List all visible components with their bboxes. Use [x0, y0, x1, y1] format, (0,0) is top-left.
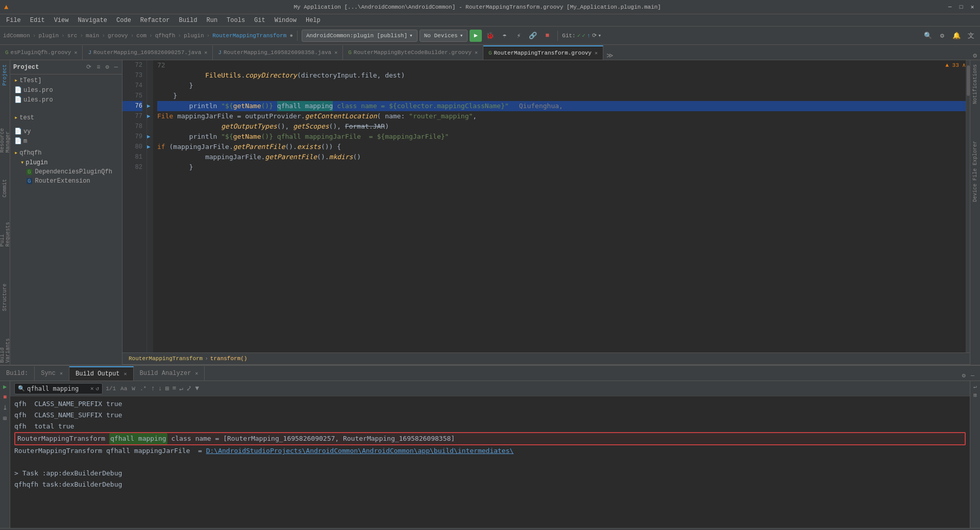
search-prev-result-btn[interactable]: ↑: [151, 385, 155, 392]
build-tab-sync[interactable]: Sync ✕: [35, 366, 69, 381]
tree-item-m[interactable]: 📄 m: [10, 136, 122, 146]
run-config-dropdown[interactable]: AndroidCommon:plugin [publish] ▾: [302, 30, 418, 42]
coverage-button[interactable]: ☂: [498, 30, 510, 42]
menu-help[interactable]: Help: [302, 16, 325, 25]
project-tool-settings[interactable]: ⚙: [105, 62, 110, 72]
build-tab-analyzer[interactable]: Build Analyzer ✕: [134, 366, 205, 381]
commits-icon[interactable]: Commit: [2, 177, 8, 199]
build-settings-icon[interactable]: ⚙: [961, 371, 967, 381]
menu-edit[interactable]: Edit: [26, 16, 49, 25]
attach-button[interactable]: 🔗: [527, 30, 539, 42]
build-search-box[interactable]: 🔍 ✕ ↺: [14, 383, 103, 394]
devices-dropdown[interactable]: No Devices ▾: [420, 30, 468, 42]
tree-item-ules2[interactable]: 📄 ules.pro: [10, 95, 122, 105]
git-checkmark2[interactable]: ✓: [582, 32, 585, 39]
sync-tab-close[interactable]: ✕: [60, 370, 63, 376]
structure-icon[interactable]: Structure: [2, 282, 8, 313]
breadcrumb-method[interactable]: transform(): [210, 356, 248, 362]
tree-item-routerext[interactable]: G RouterExtension: [10, 176, 122, 186]
build-tab-output[interactable]: Build Output ✕: [69, 366, 133, 381]
tab-routermapping2[interactable]: J RouterMapping_1695826098358.java ✕: [213, 45, 343, 60]
build-stop-icon[interactable]: ■: [3, 394, 7, 401]
tree-item-plugin[interactable]: ▾ plugin: [10, 158, 122, 167]
tree-item-ttest[interactable]: ▸ tTest]: [10, 75, 122, 85]
build-wrap-icon[interactable]: ↵: [973, 383, 977, 390]
minimize-button[interactable]: ─: [946, 4, 953, 11]
menu-refactor[interactable]: Refactor: [136, 16, 174, 25]
tree-item-vy[interactable]: 📄 vy: [10, 127, 122, 136]
run-button[interactable]: ▶: [470, 30, 482, 42]
notifications-panel-icon[interactable]: Notifications: [972, 62, 978, 106]
search-expand-btn[interactable]: ⊞: [165, 385, 169, 393]
git-checkmark1[interactable]: ✓: [577, 32, 581, 39]
project-panel-icon[interactable]: Project: [2, 62, 8, 88]
tree-item-test[interactable]: ▸ test: [10, 113, 122, 122]
search-options-btn[interactable]: ≡: [173, 385, 177, 392]
tab-routermappingbytescode[interactable]: G RouterMappingByteCodeBuilder.groovy ✕: [343, 45, 483, 60]
git-menu-icon[interactable]: ▾: [598, 32, 602, 39]
project-tool-close[interactable]: —: [113, 63, 119, 72]
pull-requests-icon[interactable]: Pull Requests: [0, 212, 11, 248]
translate-icon[interactable]: 文: [965, 30, 977, 42]
minimap-scrollbar[interactable]: [966, 60, 970, 352]
build-output-tab-close[interactable]: ✕: [124, 371, 127, 377]
code-lines[interactable]: 72 FileUtils.copyDirectory(directoryInpu…: [153, 60, 966, 352]
tab-close-espluginqfh[interactable]: ✕: [74, 49, 77, 56]
menu-file[interactable]: File: [2, 16, 25, 25]
settings-icon[interactable]: ⚙: [936, 30, 948, 42]
debug-button[interactable]: 🐞: [484, 30, 496, 42]
build-search-input[interactable]: [27, 385, 88, 392]
device-file-explorer-icon[interactable]: Device File Explorer: [972, 139, 978, 204]
breadcrumb-src[interactable]: src: [67, 33, 78, 39]
search-prev-icon[interactable]: ↺: [96, 385, 100, 392]
git-push-icon[interactable]: ↑: [587, 33, 591, 39]
stop-button[interactable]: ■: [541, 30, 553, 42]
build-variants-icon[interactable]: Build Variants: [0, 325, 11, 365]
build-scroll-end-icon[interactable]: ⤓: [3, 404, 8, 412]
menu-code[interactable]: Code: [112, 16, 135, 25]
tree-item-qfhqfh[interactable]: ▸ qfhqfh: [10, 148, 122, 158]
build-tab-build[interactable]: Build:: [0, 366, 35, 381]
breadcrumb-main[interactable]: main: [86, 33, 99, 39]
tab-overflow-button[interactable]: ≫: [603, 52, 617, 60]
menu-build[interactable]: Build: [175, 16, 201, 25]
tab-close-rmb[interactable]: ✕: [475, 49, 478, 56]
search-collapse-btn[interactable]: ⤦: [186, 385, 192, 393]
git-update-icon[interactable]: ⟳: [592, 32, 597, 39]
project-tool-collapse[interactable]: ≡: [95, 63, 101, 72]
bo-path-link[interactable]: D:\AndroidStudioProjects\AndroidCommon\A…: [206, 445, 514, 457]
search-next-result-btn[interactable]: ↓: [158, 385, 162, 392]
build-filter2-icon[interactable]: ⊞: [973, 392, 977, 398]
close-button[interactable]: ✕: [969, 4, 976, 11]
search-everywhere-icon[interactable]: 🔍: [922, 30, 934, 42]
menu-git[interactable]: Git: [250, 16, 270, 25]
tab-routermappingtransform[interactable]: G RouterMappingTransform.groovy ✕: [483, 45, 603, 60]
breadcrumb-idcommon[interactable]: idCommon: [3, 33, 30, 39]
menu-tools[interactable]: Tools: [223, 16, 249, 25]
tab-espluginqfh[interactable]: G esPluginQfh.groovy ✕: [0, 45, 83, 60]
menu-run[interactable]: Run: [202, 16, 222, 25]
search-filter-btn[interactable]: ▼: [195, 385, 199, 392]
tree-item-depsplugin[interactable]: G DependenciesPluginQfh: [10, 167, 122, 176]
tab-close-rmt[interactable]: ✕: [595, 50, 598, 56]
menu-window[interactable]: Window: [271, 16, 301, 25]
tab-close-rm2[interactable]: ✕: [334, 49, 337, 56]
breadcrumb-current-file[interactable]: RouterMappingTransform: [212, 33, 286, 39]
menu-view[interactable]: View: [50, 16, 73, 25]
breadcrumb-class[interactable]: RouterMappingTransform: [129, 356, 203, 362]
tab-close-rm1[interactable]: ✕: [204, 49, 207, 56]
tab-routermapping1[interactable]: J RouterMapping_1695826090257.java ✕: [83, 45, 213, 60]
maximize-button[interactable]: □: [958, 4, 965, 11]
breadcrumb-com[interactable]: com: [136, 33, 146, 39]
resource-manager-icon[interactable]: Resource Manager: [0, 110, 11, 155]
build-analyzer-close[interactable]: ✕: [195, 370, 198, 376]
build-filter-icon[interactable]: ⊞: [3, 415, 7, 422]
project-tool-sync[interactable]: ⟳: [85, 62, 92, 72]
search-match-case-btn[interactable]: Aa: [119, 385, 129, 392]
build-run-icon[interactable]: ▶: [3, 383, 7, 391]
breadcrumb-groovy[interactable]: groovy: [108, 33, 128, 39]
build-output-content[interactable]: qfh CLASS_NAME_PREFIX true qfh CLASS_NAM…: [10, 396, 970, 528]
build-close-icon[interactable]: —: [969, 371, 976, 381]
menu-navigate[interactable]: Navigate: [74, 16, 111, 25]
profile-button[interactable]: ⚡: [512, 30, 525, 42]
